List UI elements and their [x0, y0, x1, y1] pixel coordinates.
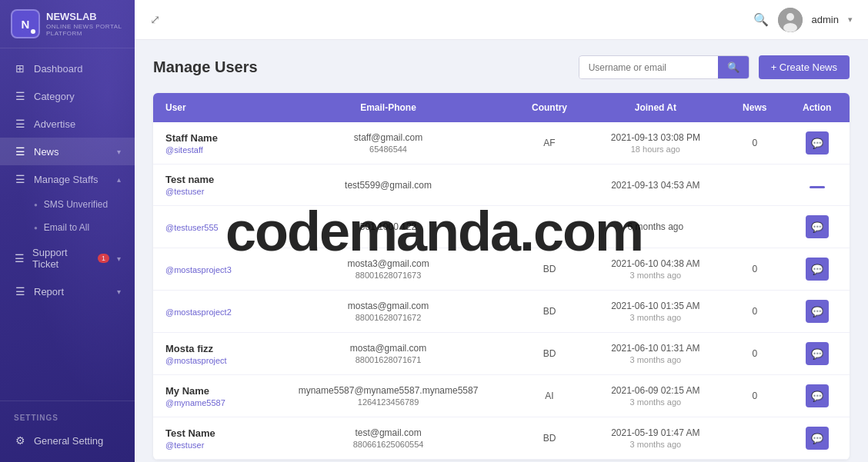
cell-user: @testuser555 — [153, 206, 264, 248]
user-menu-caret[interactable]: ▾ — [848, 15, 853, 25]
cell-joined-at: 2021-06-10 04:38 AM3 months ago — [586, 248, 726, 291]
cell-action: 💬 — [784, 417, 850, 460]
cell-email-phone: myname5587@myname5587.myname558712641234… — [264, 375, 513, 417]
cell-email-phone: mostas@gmail.com88001628071672 — [264, 291, 513, 333]
report-icon: ☰ — [14, 285, 26, 297]
cell-news-count: 0 — [725, 122, 784, 165]
cell-news-count: 0 — [725, 291, 784, 333]
sidebar-item-general-setting[interactable]: ⚙ General Setting — [0, 427, 135, 454]
page-title: Manage Users — [153, 58, 569, 76]
chat-button[interactable]: 💬 — [806, 258, 829, 281]
cell-country: BD — [512, 248, 586, 291]
sidebar-item-label: Category — [34, 91, 75, 102]
user-email: test5599@gmail.com — [276, 180, 501, 191]
sidebar-sub-email-to-all[interactable]: ● Email to All — [0, 216, 135, 239]
cell-user: Test name@testuser — [153, 165, 264, 206]
topbar: ⤢ 🔍 admin ▾ — [135, 0, 868, 40]
col-header-action: Action — [784, 93, 850, 122]
sidebar-item-label: Manage Staffs — [34, 174, 98, 185]
table-row: @mostasproject2mostas@gmail.com880016280… — [153, 291, 850, 333]
search-input[interactable] — [579, 57, 718, 78]
user-handle[interactable]: @testuser — [165, 187, 252, 196]
cell-email-phone: test@gmail.com880661625060554 — [264, 417, 513, 460]
expand-icon[interactable]: ⤢ — [150, 12, 160, 27]
join-date: 2021-06-10 01:35 AM — [599, 301, 713, 311]
cell-joined-at: 2021-09-13 03:08 PM18 hours ago — [586, 122, 726, 165]
cell-user: Mosta fizz@mostasproject — [153, 333, 264, 375]
page-header: Manage Users 🔍 + Create News — [153, 55, 850, 79]
manage-staffs-icon: ☰ — [14, 173, 26, 185]
table-row: @testuser555501 1000 1226 months ago💬 — [153, 206, 850, 248]
chevron-up-icon: ▴ — [117, 175, 121, 184]
cell-news-count: 0 — [725, 333, 784, 375]
user-name: Staff Name — [165, 132, 252, 144]
cell-email-phone: mosta@gmail.com88001628071671 — [264, 333, 513, 375]
sidebar-item-dashboard[interactable]: ⊞ Dashboard — [0, 55, 135, 82]
user-email: mosta@gmail.com — [276, 343, 501, 354]
avatar — [778, 8, 803, 32]
cell-action: 💬 — [784, 248, 850, 291]
sidebar-item-support-ticket[interactable]: ☰ Support Ticket 1 ▾ — [0, 239, 135, 278]
chat-button[interactable]: 💬 — [806, 384, 829, 407]
chat-button[interactable]: 💬 — [806, 342, 829, 365]
chevron-down-icon: ▾ — [117, 288, 121, 296]
sidebar-item-label: Advertise — [34, 118, 75, 130]
sidebar-item-label: Support Ticket — [32, 247, 88, 270]
sidebar-item-manage-staffs[interactable]: ☰ Manage Staffs ▴ — [0, 165, 135, 193]
action-dash — [810, 186, 825, 188]
user-handle[interactable]: @myname5587 — [165, 398, 252, 407]
dashboard-icon: ⊞ — [14, 62, 26, 75]
cell-action: 💬 — [784, 375, 850, 417]
join-ago: 3 months ago — [599, 397, 713, 407]
cell-news-count — [725, 165, 784, 206]
user-phone: 88001628071673 — [276, 271, 501, 280]
chat-button[interactable]: 💬 — [806, 300, 829, 323]
search-icon[interactable]: 🔍 — [753, 12, 769, 27]
sidebar-item-report[interactable]: ☰ Report ▾ — [0, 278, 135, 305]
user-phone: 88001628071672 — [276, 313, 501, 322]
cell-action: 💬 — [784, 333, 850, 375]
user-handle[interactable]: @testuser — [165, 440, 252, 450]
users-table-container: User Email-Phone Country Joined At News … — [153, 93, 850, 460]
advertise-icon: ☰ — [14, 118, 26, 130]
cell-joined-at: 2021-06-09 02:15 AM3 months ago — [586, 375, 726, 417]
user-handle[interactable]: @mostasproject2 — [165, 307, 252, 317]
table-header-row: User Email-Phone Country Joined At News … — [153, 93, 850, 122]
user-email: myname5587@myname5587.myname5587 — [276, 385, 501, 396]
sidebar-item-category[interactable]: ☰ Category — [0, 82, 135, 110]
chat-button[interactable]: 💬 — [806, 131, 829, 155]
table-row: @mostasproject3mosta3@gmail.com880016280… — [153, 248, 850, 291]
logo-letter: N — [22, 18, 30, 31]
join-date: 2021-05-19 01:47 AM — [599, 427, 713, 438]
sidebar-item-advertise[interactable]: ☰ Advertise — [0, 110, 135, 138]
user-handle[interactable]: @testuser555 — [165, 223, 252, 232]
join-ago: 3 months ago — [599, 271, 713, 280]
cell-joined-at: 2021-06-10 01:31 AM3 months ago — [586, 333, 726, 375]
cell-email-phone: staff@gmail.com65486544 — [264, 122, 513, 165]
chat-button[interactable]: 💬 — [806, 215, 829, 238]
user-email: test@gmail.com — [276, 427, 501, 438]
col-header-joined-at: Joined At — [586, 93, 726, 122]
sidebar-sub-sms-unverified[interactable]: ● SMS Unverified — [0, 193, 135, 216]
create-news-button[interactable]: + Create News — [759, 55, 850, 79]
category-icon: ☰ — [14, 90, 26, 102]
gear-icon: ⚙ — [14, 434, 26, 447]
user-search-box: 🔍 — [579, 55, 749, 79]
user-handle[interactable]: @sitestaff — [165, 145, 252, 155]
sidebar-item-label: General Setting — [34, 435, 103, 447]
logo-subtitle: ONLINE NEWS PORTAL PLATFORM — [46, 23, 124, 37]
chat-button[interactable]: 💬 — [806, 427, 829, 450]
search-button[interactable]: 🔍 — [718, 56, 749, 78]
support-ticket-icon: ☰ — [14, 252, 25, 264]
user-handle[interactable]: @mostasproject — [165, 356, 252, 365]
sidebar-navigation: ⊞ Dashboard ☰ Category ☰ Advertise ☰ New… — [0, 48, 135, 401]
cell-joined-at: 2021-06-10 01:35 AM3 months ago — [586, 291, 726, 333]
sidebar-item-news[interactable]: ☰ News ▾ — [0, 138, 135, 165]
join-ago: 3 months ago — [599, 355, 713, 364]
cell-user: My Name@myname5587 — [153, 375, 264, 417]
sidebar-item-label: News — [34, 146, 59, 158]
cell-country — [512, 165, 586, 206]
user-name: My Name — [165, 385, 252, 397]
cell-joined-at: 6 months ago — [586, 206, 726, 248]
user-handle[interactable]: @mostasproject3 — [165, 265, 252, 274]
